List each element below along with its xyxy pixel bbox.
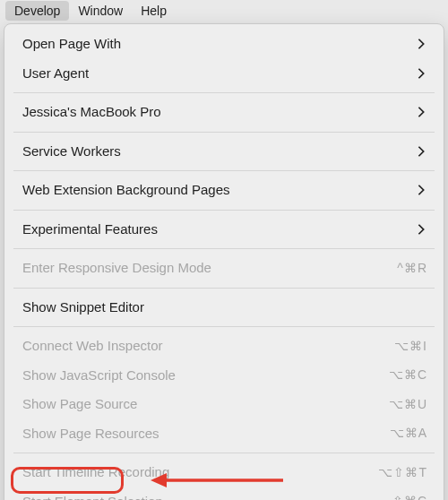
menu-snippet-editor[interactable]: Show Snippet Editor: [4, 293, 444, 323]
keyboard-shortcut: ⌥⌘U: [389, 395, 427, 414]
chevron-right-icon: [415, 106, 427, 118]
menu-label: Show Snippet Editor: [22, 297, 144, 318]
menu-label: Web Extension Background Pages: [22, 180, 230, 201]
menu-responsive-design: Enter Responsive Design Mode ^⌘R: [4, 254, 444, 283]
menubar-item-develop[interactable]: Develop: [5, 1, 69, 21]
separator: [13, 132, 435, 133]
menu-device[interactable]: Jessica's MacBook Pro: [4, 98, 444, 127]
menu-label: Start Timeline Recording: [22, 462, 169, 483]
menu-label: Open Page With: [22, 34, 121, 55]
separator: [13, 170, 435, 171]
menubar-item-window[interactable]: Window: [69, 1, 132, 21]
menu-open-page-with[interactable]: Open Page With: [4, 30, 444, 59]
menu-label: Connect Web Inspector: [22, 336, 162, 357]
menu-connect-web-inspector: Connect Web Inspector ⌥⌘I: [4, 332, 444, 361]
menu-label: Show Page Source: [22, 394, 137, 415]
menubar-item-help[interactable]: Help: [132, 1, 176, 21]
menu-label: Show JavaScript Console: [22, 366, 176, 386]
keyboard-shortcut: ⌥⌘C: [389, 366, 427, 384]
develop-dropdown: Open Page With User Agent Jessica's MacB…: [4, 23, 444, 500]
menu-label: Experimental Features: [22, 220, 158, 240]
menu-element-selection: Start Element Selection ⇧⌘C: [4, 487, 444, 501]
menu-js-console: Show JavaScript Console ⌥⌘C: [4, 361, 444, 391]
menu-web-extension-bg[interactable]: Web Extension Background Pages: [4, 176, 444, 205]
chevron-right-icon: [415, 145, 427, 158]
menu-page-resources: Show Page Resources ⌥⌘A: [4, 419, 444, 449]
menu-label: Start Element Selection: [22, 492, 163, 501]
keyboard-shortcut: ⌥⌘I: [394, 337, 427, 356]
keyboard-shortcut: ⌥⌘A: [390, 424, 427, 443]
keyboard-shortcut: ^⌘R: [397, 259, 427, 278]
menu-service-workers[interactable]: Service Workers: [4, 137, 444, 167]
menu-page-source: Show Page Source ⌥⌘U: [4, 390, 444, 419]
separator: [13, 210, 435, 211]
separator: [13, 453, 435, 453]
menubar: Develop Window Help: [0, 0, 448, 22]
separator: [13, 326, 435, 327]
chevron-right-icon: [415, 184, 427, 196]
menu-label: Service Workers: [22, 142, 121, 162]
menu-label: Jessica's MacBook Pro: [22, 102, 161, 123]
separator: [13, 92, 435, 93]
separator: [13, 248, 435, 249]
chevron-right-icon: [415, 223, 427, 236]
keyboard-shortcut: ⌥⇧⌘T: [378, 463, 427, 482]
menu-label: Enter Responsive Design Mode: [22, 258, 211, 279]
separator: [13, 288, 435, 289]
menu-timeline-recording: Start Timeline Recording ⌥⇧⌘T: [4, 458, 444, 487]
menu-label: Show Page Resources: [22, 424, 159, 444]
menu-experimental-features[interactable]: Experimental Features: [4, 215, 444, 245]
chevron-right-icon: [415, 38, 427, 50]
menu-user-agent[interactable]: User Agent: [4, 59, 444, 89]
chevron-right-icon: [415, 67, 427, 80]
keyboard-shortcut: ⇧⌘C: [392, 492, 427, 500]
menu-label: User Agent: [22, 64, 89, 84]
